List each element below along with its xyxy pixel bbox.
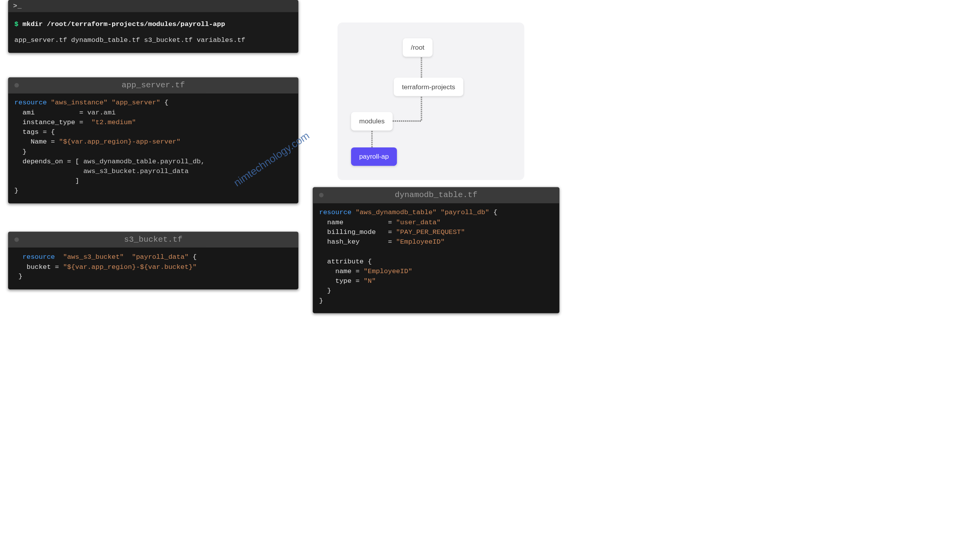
- arg-name: name: [327, 218, 343, 226]
- arg-tags: tags = {: [23, 128, 55, 136]
- tag-name-val1: "${var.app_region}: [59, 138, 132, 146]
- directory-tree-card: /root terraform-projects modules payroll…: [338, 23, 524, 180]
- keyword-resource: resource: [23, 253, 55, 261]
- tree-node-root: /root: [403, 38, 433, 57]
- attr-type-key: type: [335, 277, 351, 285]
- dep-1: aws_dynamodb_table.payroll_db,: [83, 158, 205, 165]
- resource-name: "payroll_data": [132, 253, 189, 261]
- val-bucket: "${var.app_region}-${var.bucket}": [63, 263, 197, 271]
- terminal-command-line: $ mkdir /root/terraform-projects/modules…: [14, 19, 292, 29]
- keyword-resource: resource: [14, 99, 47, 107]
- attr-type-val: "N": [364, 277, 376, 285]
- tree-connector: [393, 120, 421, 121]
- terminal-header: >_: [8, 0, 298, 12]
- terminal-window: >_ $ mkdir /root/terraform-projects/modu…: [8, 0, 298, 53]
- attr-name-val: "EmployeeID": [364, 267, 412, 275]
- code-panel-title: dynamodb_table.tf: [313, 187, 559, 203]
- attribute-block: attribute {: [327, 258, 372, 265]
- code-panel-s3-bucket: s3_bucket.tf resource "aws_s3_bucket" "p…: [8, 232, 298, 289]
- code-panel-dynamodb: dynamodb_table.tf resource "aws_dynamodb…: [313, 187, 559, 313]
- prompt-dollar: $: [14, 20, 18, 28]
- tree-connector: [421, 97, 422, 120]
- terminal-command: mkdir /root/terraform-projects/modules/p…: [23, 20, 225, 28]
- val-instance-type: "t2.medium": [92, 118, 136, 126]
- dep-2: aws_s3_bucket.payroll_data: [83, 167, 189, 175]
- title-text: s3_bucket.tf: [124, 235, 182, 244]
- resource-name: "app_server": [112, 99, 160, 107]
- attr-name-key: name: [335, 267, 351, 275]
- title-text: app_server.tf: [122, 81, 185, 90]
- code-body: resource "aws_instance" "app_server" { a…: [8, 93, 298, 204]
- title-text: dynamodb_table.tf: [395, 190, 478, 200]
- arg-instance-type: instance_type: [23, 118, 75, 126]
- val-ami: var.ami: [87, 109, 116, 116]
- resource-type: "aws_instance": [51, 99, 107, 107]
- tag-name-key: Name: [31, 138, 47, 146]
- code-body: resource "aws_dynamodb_table" "payroll_d…: [313, 203, 559, 313]
- resource-name: "payroll_db": [441, 209, 489, 216]
- tree-node-terraform-projects: terraform-projects: [394, 78, 463, 96]
- tree-connector: [371, 131, 372, 147]
- code-panel-title: app_server.tf: [8, 78, 298, 93]
- terminal-prompt-icon: >_: [13, 2, 22, 10]
- resource-type: "aws_s3_bucket": [63, 253, 124, 261]
- tab-dot-icon: [319, 193, 324, 197]
- arg-ami: ami: [23, 109, 35, 116]
- terminal-body: $ mkdir /root/terraform-projects/modules…: [8, 12, 298, 53]
- code-body: resource "aws_s3_bucket" "payroll_data" …: [8, 247, 298, 289]
- tab-dot-icon: [14, 83, 19, 88]
- arg-billing-mode: billing_mode: [327, 228, 376, 236]
- val-hash-key: "EmployeeID": [396, 238, 445, 246]
- resource-type: "aws_dynamodb_table": [355, 209, 436, 216]
- tag-name-val2: -app-server": [132, 138, 180, 146]
- val-name: "user_data": [396, 218, 441, 226]
- code-panel-title: s3_bucket.tf: [8, 232, 298, 247]
- arg-depends-on: depends_on: [23, 158, 63, 165]
- terminal-file-list: app_server.tf dynamodb_table.tf s3_bucke…: [14, 35, 292, 45]
- tree-node-modules: modules: [351, 112, 393, 131]
- code-panel-app-server: app_server.tf resource "aws_instance" "a…: [8, 78, 298, 204]
- keyword-resource: resource: [319, 209, 351, 216]
- tab-dot-icon: [14, 237, 19, 242]
- arg-hash-key: hash_key: [327, 238, 360, 246]
- val-billing-mode: "PAY_PER_REQUEST": [396, 228, 465, 236]
- tree-connector: [421, 57, 422, 78]
- tree-node-payroll-app: payroll-ap: [351, 147, 397, 166]
- arg-bucket: bucket: [26, 263, 51, 271]
